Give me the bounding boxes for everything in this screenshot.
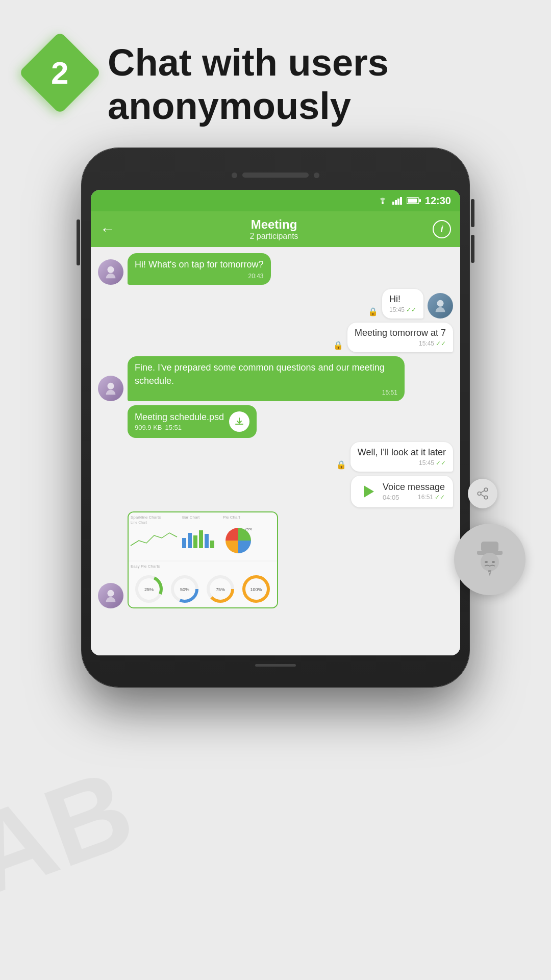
msg-text-3: Meeting tomorrow at 7 bbox=[355, 328, 446, 338]
power-button bbox=[77, 219, 80, 265]
svg-point-11 bbox=[107, 590, 114, 597]
svg-text:Bar Chart: Bar Chart bbox=[182, 515, 200, 520]
lock-2: 🔒 bbox=[368, 307, 378, 316]
voice-time-row: 04:05 16:51 ✓✓ bbox=[383, 494, 445, 501]
svg-rect-21 bbox=[210, 541, 214, 548]
info-button[interactable]: i bbox=[433, 220, 451, 238]
avatar-4 bbox=[98, 583, 123, 608]
status-time: 12:30 bbox=[425, 195, 451, 207]
chat-subtitle: 2 participants bbox=[115, 232, 433, 241]
avatar-3 bbox=[98, 376, 123, 401]
wifi-icon bbox=[377, 197, 388, 205]
svg-rect-40 bbox=[481, 542, 498, 552]
svg-point-8 bbox=[107, 266, 114, 273]
message-row-1: Hi! What's on tap for tomorrow? 20:43 bbox=[98, 253, 453, 285]
voice-bubble[interactable]: Voice message 04:05 16:51 ✓✓ bbox=[351, 476, 453, 507]
play-button[interactable] bbox=[359, 483, 377, 500]
phone-screen: 12:30 ← Meeting 2 participants i bbox=[91, 190, 460, 655]
voice-label: Voice message bbox=[383, 482, 445, 493]
svg-rect-19 bbox=[199, 530, 203, 548]
svg-point-9 bbox=[437, 300, 443, 307]
chat-messages: Hi! What's on tap for tomorrow? 20:43 🔒 … bbox=[91, 247, 460, 655]
svg-point-41 bbox=[481, 553, 499, 571]
file-name: Meeting schedule.psd bbox=[135, 412, 224, 423]
msg-text-2: Hi! bbox=[389, 294, 416, 305]
step-number: 2 bbox=[51, 55, 68, 91]
message-row-3: 🔒 Meeting tomorrow at 7 15:45 ✓✓ bbox=[98, 323, 453, 352]
volume-down-button bbox=[471, 235, 474, 263]
svg-rect-6 bbox=[408, 199, 417, 203]
battery-icon bbox=[407, 197, 421, 204]
avatar-1 bbox=[98, 259, 123, 285]
phone-notch bbox=[91, 162, 460, 188]
msg-time-2: 15:45 ✓✓ bbox=[389, 306, 416, 313]
msg-time-1: 20:43 bbox=[135, 273, 264, 280]
svg-rect-12 bbox=[129, 512, 278, 608]
msg-text-4: Fine. I've prepared some common question… bbox=[135, 361, 397, 387]
message-row-6: 🔒 Well, I'll look at it later 15:45 ✓✓ bbox=[98, 442, 453, 472]
share-button[interactable] bbox=[468, 479, 497, 508]
svg-text:25%: 25% bbox=[144, 587, 154, 592]
file-meta: 909.9 KB 15:51 bbox=[135, 424, 224, 431]
step-badge: 2 bbox=[18, 31, 102, 114]
svg-text:100%: 100% bbox=[250, 587, 262, 592]
page-title: Chat with users anonymously bbox=[108, 41, 520, 128]
voice-duration: 04:05 bbox=[383, 494, 399, 501]
chat-title-block: Meeting 2 participants bbox=[115, 217, 433, 241]
msg-time-6: 15:45 ✓✓ bbox=[358, 459, 446, 467]
info-icon: i bbox=[440, 224, 443, 235]
message-row-2: 🔒 Hi! 15:45 ✓✓ bbox=[98, 289, 453, 318]
svg-point-10 bbox=[107, 383, 114, 389]
message-row-4: Fine. I've prepared some common question… bbox=[98, 356, 453, 401]
file-info: Meeting schedule.psd 909.9 KB 15:51 bbox=[135, 412, 224, 431]
signal-icon bbox=[392, 197, 403, 205]
message-row-8: Sparkline Charts Line Chart Bar Chart bbox=[98, 511, 453, 608]
msg-time-3: 15:45 ✓✓ bbox=[355, 340, 446, 347]
svg-rect-2 bbox=[395, 200, 397, 205]
message-row-7: Voice message 04:05 16:51 ✓✓ bbox=[98, 476, 453, 507]
svg-rect-1 bbox=[392, 202, 394, 205]
svg-rect-3 bbox=[397, 199, 399, 205]
message-row-5: Meeting schedule.psd 909.9 KB 15:51 bbox=[128, 405, 453, 438]
chart-bubble[interactable]: Sparkline Charts Line Chart Bar Chart bbox=[128, 511, 278, 608]
speaker bbox=[242, 173, 309, 178]
bubble-2: Hi! 15:45 ✓✓ bbox=[382, 289, 423, 318]
lock-6: 🔒 bbox=[336, 460, 346, 470]
svg-text:Sparkline Charts: Sparkline Charts bbox=[131, 515, 161, 520]
voice-send-time: 16:51 ✓✓ bbox=[418, 494, 445, 501]
svg-rect-44 bbox=[488, 570, 491, 572]
svg-point-0 bbox=[382, 203, 384, 205]
svg-text:Line Chart: Line Chart bbox=[131, 521, 147, 524]
svg-rect-20 bbox=[205, 534, 209, 548]
status-bar: 12:30 bbox=[91, 190, 460, 211]
svg-text:Easy Pie Charts: Easy Pie Charts bbox=[131, 564, 160, 569]
share-icon bbox=[476, 487, 489, 500]
msg-text-1: Hi! What's on tap for tomorrow? bbox=[135, 258, 264, 271]
camera-dot-2 bbox=[314, 173, 319, 178]
svg-text:25%: 25% bbox=[245, 527, 252, 531]
svg-text:Pie Chart: Pie Chart bbox=[223, 515, 240, 520]
volume-up-button bbox=[471, 199, 474, 227]
svg-text:50%: 50% bbox=[180, 587, 189, 592]
camera-dot bbox=[232, 173, 237, 178]
svg-rect-17 bbox=[188, 533, 192, 548]
phone-body: 12:30 ← Meeting 2 participants i bbox=[82, 148, 469, 687]
bubble-3: Meeting tomorrow at 7 15:45 ✓✓ bbox=[347, 323, 453, 352]
bubble-6: Well, I'll look at it later 15:45 ✓✓ bbox=[350, 442, 453, 472]
svg-rect-18 bbox=[193, 535, 197, 548]
svg-point-43 bbox=[492, 561, 495, 563]
file-bubble[interactable]: Meeting schedule.psd 909.9 KB 15:51 bbox=[128, 405, 257, 438]
phone-mockup: 12:30 ← Meeting 2 participants i bbox=[82, 148, 469, 687]
bubble-4: Fine. I've prepared some common question… bbox=[128, 356, 405, 401]
voice-content: Voice message 04:05 16:51 ✓✓ bbox=[383, 482, 445, 501]
svg-rect-4 bbox=[400, 197, 402, 205]
chat-header: ← Meeting 2 participants i bbox=[91, 211, 460, 247]
svg-rect-7 bbox=[419, 199, 421, 202]
svg-point-42 bbox=[485, 561, 488, 563]
download-button[interactable] bbox=[229, 411, 249, 432]
avatar-2 bbox=[428, 293, 453, 318]
msg-time-4: 15:51 bbox=[135, 389, 397, 396]
back-button[interactable]: ← bbox=[100, 220, 115, 238]
lock-3: 🔒 bbox=[333, 340, 343, 350]
phone-bottom bbox=[91, 657, 460, 673]
